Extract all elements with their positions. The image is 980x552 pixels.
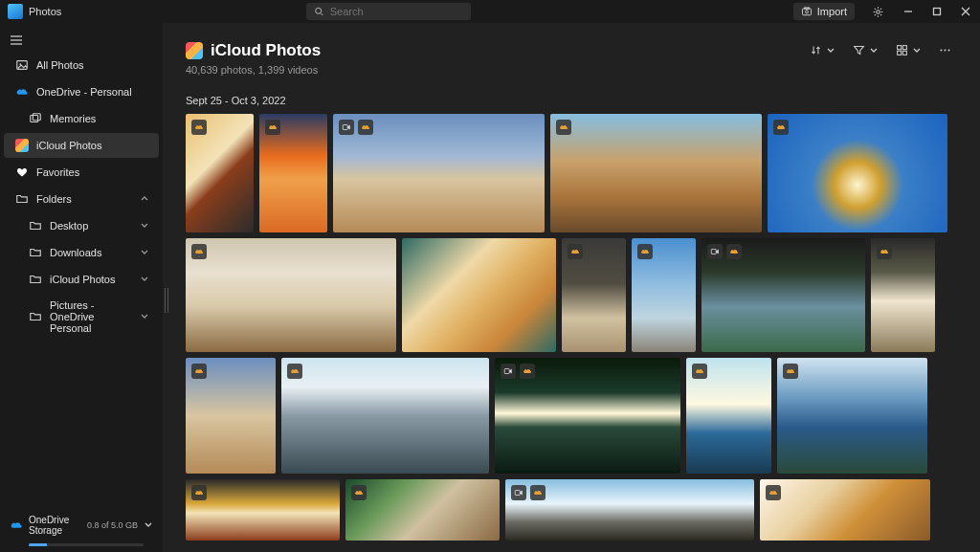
- sidebar-item-label: Memories: [50, 113, 96, 124]
- gallery-row: [186, 479, 957, 541]
- tile-badges: [511, 485, 546, 500]
- svg-rect-16: [33, 114, 40, 121]
- svg-point-23: [948, 50, 950, 52]
- video-badge-icon: [707, 244, 723, 259]
- import-button[interactable]: Import: [793, 3, 855, 20]
- sidebar-folder-pictures[interactable]: Pictures - OneDrive Personal: [4, 294, 159, 340]
- sidebar-folder-icloud[interactable]: iCloud Photos: [4, 267, 159, 292]
- folder-icon: [29, 219, 42, 232]
- import-label: Import: [817, 6, 847, 17]
- photo-tile[interactable]: [550, 114, 762, 232]
- chevron-down-icon: [140, 312, 149, 321]
- sidebar-folder-downloads[interactable]: Downloads: [4, 240, 159, 265]
- tile-badges: [351, 485, 367, 500]
- icloud-badge-icon: [568, 244, 583, 259]
- photo-tile[interactable]: [402, 238, 556, 352]
- icloud-badge-icon: [637, 244, 653, 259]
- sidebar-item-onedrive[interactable]: OneDrive - Personal: [4, 79, 159, 104]
- video-badge-icon: [501, 364, 516, 379]
- chevron-down-icon: [140, 221, 149, 231]
- icloud-badge-icon: [191, 364, 207, 379]
- sort-icon: [810, 44, 822, 56]
- svg-rect-24: [343, 125, 347, 130]
- view-button[interactable]: [890, 40, 927, 60]
- icloud-badge-icon: [692, 364, 707, 379]
- app-icon: [8, 4, 23, 19]
- sidebar-section-folders[interactable]: Folders: [4, 187, 159, 211]
- photo-tile[interactable]: [495, 358, 680, 474]
- folder-icon: [29, 273, 42, 286]
- sidebar-folder-desktop[interactable]: Desktop: [4, 213, 159, 238]
- photo-tile[interactable]: [345, 479, 500, 541]
- sidebar-item-memories[interactable]: Memories: [4, 106, 159, 131]
- photo-tile[interactable]: [281, 358, 489, 474]
- search-input[interactable]: [330, 6, 463, 17]
- storage-progress: [29, 543, 144, 546]
- svg-rect-19: [898, 51, 902, 55]
- gallery-row: [186, 358, 957, 474]
- close-button[interactable]: [951, 0, 980, 23]
- icloud-photos-icon: [15, 139, 29, 152]
- photo-tile[interactable]: [186, 114, 254, 232]
- photo-tile[interactable]: [632, 238, 696, 352]
- photo-tile[interactable]: [871, 238, 935, 352]
- sidebar-item-all-photos[interactable]: All Photos: [4, 53, 159, 77]
- icloud-badge-icon: [726, 244, 742, 259]
- photo-tile[interactable]: [768, 114, 947, 232]
- tile-badges: [568, 244, 583, 259]
- photo-tile[interactable]: [760, 479, 930, 541]
- sidebar-item-icloud[interactable]: iCloud Photos: [4, 133, 159, 158]
- search-box[interactable]: [306, 3, 471, 20]
- filter-button[interactable]: [847, 40, 884, 60]
- svg-point-21: [940, 50, 942, 52]
- sidebar-item-label: iCloud Photos: [36, 140, 102, 151]
- sidebar-item-favorites[interactable]: Favorites: [4, 160, 159, 185]
- maximize-button[interactable]: [923, 0, 951, 23]
- gallery-row: [186, 238, 957, 352]
- sidebar-item-label: Downloads: [50, 247, 101, 258]
- tile-badges: [773, 120, 789, 135]
- more-button[interactable]: [933, 40, 957, 60]
- sidebar-item-label: Desktop: [50, 220, 88, 232]
- tile-badges: [191, 120, 207, 135]
- photo-tile[interactable]: [562, 238, 626, 352]
- photo-tile[interactable]: [333, 114, 545, 232]
- settings-button[interactable]: [862, 6, 894, 18]
- hamburger-button[interactable]: [0, 29, 163, 52]
- svg-rect-18: [902, 46, 906, 50]
- filter-icon: [853, 44, 865, 56]
- sidebar-item-label: Pictures - OneDrive Personal: [50, 299, 132, 334]
- icloud-badge-icon: [877, 244, 892, 259]
- svg-rect-27: [515, 491, 520, 496]
- photo-tile[interactable]: [186, 479, 340, 541]
- storage-indicator[interactable]: OneDrive Storage 0.8 of 5.0 GB: [0, 507, 163, 543]
- photo-tile[interactable]: [702, 238, 865, 352]
- photo-tile[interactable]: [186, 238, 396, 352]
- image-icon: [15, 58, 29, 72]
- icloud-badge-icon: [351, 485, 367, 500]
- sidebar-resize-handle[interactable]: [165, 288, 168, 313]
- photo-tile[interactable]: [686, 358, 771, 474]
- tile-badges: [191, 485, 207, 500]
- tile-badges: [339, 120, 373, 135]
- tile-badges: [501, 364, 535, 379]
- svg-point-0: [316, 8, 322, 13]
- search-icon: [314, 6, 324, 17]
- chevron-down-icon: [140, 275, 149, 284]
- icloud-badge-icon: [556, 120, 571, 135]
- video-badge-icon: [339, 120, 354, 135]
- tile-badges: [877, 244, 892, 259]
- svg-rect-2: [802, 9, 811, 15]
- tile-badges: [692, 364, 707, 379]
- photo-gallery: [186, 114, 957, 541]
- photo-tile[interactable]: [186, 358, 276, 474]
- titlebar-right: Import: [793, 0, 980, 23]
- minimize-button[interactable]: [894, 0, 923, 23]
- heart-icon: [15, 166, 29, 179]
- sort-button[interactable]: [804, 40, 841, 60]
- photo-tile[interactable]: [259, 114, 327, 232]
- photo-tile[interactable]: [777, 358, 927, 474]
- svg-rect-20: [902, 51, 906, 55]
- tile-badges: [637, 244, 653, 259]
- photo-tile[interactable]: [505, 479, 754, 541]
